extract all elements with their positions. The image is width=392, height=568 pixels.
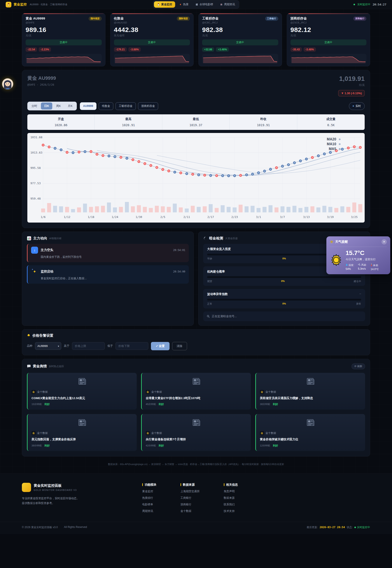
status-text: 实时监控中 — [357, 3, 370, 6]
newspaper-icon — [307, 419, 315, 426]
live-toggle-button[interactable]: 实时 — [349, 102, 365, 110]
arrow-down-icon: ↓ — [31, 247, 38, 254]
quote-title: 伦敦金 — [114, 16, 127, 21]
sparkles-icon: ✦ — [31, 268, 38, 275]
quote-card-london-gold[interactable]: 伦敦金 @XAU/USD 国际现货 4442.38 美元/盎司 交易中 -179… — [110, 13, 194, 66]
tab-period-daily[interactable]: 日K — [41, 103, 52, 109]
close-icon[interactable]: ✕ — [381, 239, 387, 244]
svg-text:2/5: 2/5 — [160, 215, 165, 219]
refresh-button[interactable]: ⟳ 刷新 — [351, 363, 365, 369]
news-card[interactable]: 金金十数据 央行黄金储备连续第7个月增持 42分钟前利好 — [141, 414, 251, 451]
source-badge-icon: 金 — [260, 431, 264, 435]
svg-text:2/23: 2/23 — [231, 215, 238, 219]
market-badge: 国内现货 — [89, 16, 102, 21]
news-card[interactable]: 金金十数据 美元指数回落，支撑黄金价格反弹 38分钟前利好 — [27, 414, 137, 451]
footer-link[interactable]: 技术支持 — [224, 509, 238, 513]
temperature: 15.7°C — [346, 250, 379, 256]
chart-change-badge: ▼ 1.30 (-0.13%) — [338, 90, 365, 96]
chevron-down-icon: AU9999 — [35, 342, 61, 350]
tab-period-intraday[interactable]: 分时 — [28, 103, 41, 109]
change-percent-badge: +3.46% — [216, 47, 229, 52]
upper-price-input[interactable] — [72, 342, 105, 350]
market-badge: 国际现货 — [177, 16, 190, 21]
footer-link[interactable]: 金十数据 — [181, 509, 200, 513]
footer-link[interactable]: 数据来源 — [224, 496, 238, 500]
flame-icon — [179, 3, 182, 6]
change-value-badge: -179.21 — [114, 47, 127, 52]
change-value-badge: -22.54 — [26, 47, 37, 52]
svg-text:3/1: 3/1 — [256, 215, 261, 219]
footer-link[interactable]: 免责声明 — [224, 490, 238, 493]
footer-link[interactable]: 联系我们 — [224, 503, 238, 507]
tab-symbol-au9999[interactable]: AU9999 — [80, 102, 97, 110]
footer-link[interactable]: 浙商银行 — [181, 503, 200, 507]
sentiment-badge: 利好 — [159, 444, 164, 448]
newspaper-icon — [307, 378, 315, 385]
quote-card-icbc-gold[interactable]: 工银积存金 @ICBC_JRCJ 工商银行 982.38 元/克 交易中 +32… — [198, 13, 282, 66]
tab-symbol-icbc[interactable]: 工银积存金 — [115, 102, 136, 110]
footer-link[interactable]: 工商银行 — [181, 496, 200, 500]
nav-tab-hot-search[interactable]: 热搜 — [176, 1, 192, 8]
main-force-panel: 主力动向 AI智能分析 ↓ 主力空头 20:54:01 国内黄金价下跌，监控到下… — [22, 232, 194, 326]
footer-link[interactable]: 上海期货交易所 — [181, 490, 200, 493]
avatar[interactable] — [2, 78, 13, 89]
nav-tab-cycle-news[interactable]: 周期资讯 — [217, 1, 238, 8]
panel-title: 主力动向 — [33, 236, 47, 241]
svg-text:1/6: 1/6 — [41, 215, 46, 219]
quote-code: @ZSCB_JRCJ — [291, 21, 307, 24]
tab-symbol-london[interactable]: 伦敦金 — [99, 102, 113, 110]
footer-link[interactable]: 电影榜单 — [142, 503, 156, 507]
svg-text:959.48: 959.48 — [30, 197, 41, 200]
svg-text:2/17: 2/17 — [207, 215, 214, 219]
signal-item-start[interactable]: ✦ 监控启动 20:54:00 黄金实时监控已启动，正在接入数据... — [27, 265, 189, 284]
symbol-select[interactable]: AU9999 — [35, 342, 61, 350]
svg-text:3/19: 3/19 — [327, 215, 334, 219]
signal-item-bearish[interactable]: ↓ 主力空头 20:54:01 国内黄金价下跌，监控到下跌信号 — [27, 244, 189, 262]
news-icon — [220, 3, 223, 6]
svg-text:MA5: MA5 — [329, 147, 336, 151]
market-badge: 工商银行 — [265, 16, 278, 21]
news-grid: 金金十数据 COMEX黄金期货主力合约上涨12.50美元 15分钟前利好 金金十… — [27, 373, 365, 451]
market-status-bar: 交易中 — [114, 39, 190, 45]
set-alert-button[interactable]: ✓ 设置 — [151, 342, 169, 350]
tab-symbol-zscb[interactable]: 浙商积存金 — [138, 102, 158, 110]
wind-stat: 风速:5.3m/s — [358, 263, 367, 271]
ohlc-header: 成交量 — [297, 117, 365, 121]
clear-alert-button[interactable]: 清除 — [172, 342, 187, 350]
medal-icon — [157, 3, 160, 6]
change-value-badge: +32.86 — [202, 47, 214, 52]
meter-volatility-anomaly: 波动率异常指数-- 正常0%异常 — [203, 289, 365, 308]
footer-link[interactable]: 周期资讯 — [142, 509, 156, 513]
main-chart-panel: 黄金 AU9999 @SHFE · 2026/3/26 1,019.91 元/克… — [22, 70, 370, 228]
tab-period-weekly[interactable]: 周K — [53, 103, 64, 109]
quote-card-au9999[interactable]: 黄金 AU9999 @SHFE 国内现货 989.16 元/克 交易中 -22.… — [22, 13, 105, 66]
footer-link[interactable]: 黄金监控 — [142, 490, 156, 493]
quote-code: @SHFE — [26, 21, 45, 24]
quote-unit: 元/克 — [202, 34, 278, 37]
ohlc-header: 最高 — [95, 117, 162, 121]
top-navigation-bar: 黄金监控 AU9999 · 伦敦金 · 工银/浙商积存金 黄金监控 热搜 全球电… — [0, 0, 392, 9]
market-badge: 浙商银行 — [353, 16, 366, 21]
brand: 黄金监控 AU9999 · 伦敦金 · 工银/浙商积存金 — [6, 2, 67, 7]
tab-period-monthly[interactable]: 月K — [65, 103, 76, 109]
candlestick-chart[interactable]: 1031.681013.63995.58977.53959.481/61/121… — [27, 133, 365, 223]
news-card[interactable]: 金金十数据 全球最大黄金ETF持仓增加2.3吨至1070吨 45分钟前利好 — [141, 373, 251, 410]
news-card[interactable]: 金金十数据 COMEX黄金期货主力合约上涨12.50美元 15分钟前利好 — [27, 373, 137, 410]
quote-price: 982.12 — [291, 26, 367, 33]
wind-icon — [358, 264, 361, 266]
news-card[interactable]: 金金十数据 美联储官员表示通胀压力缓解，支持降息 38分钟前利好 — [255, 373, 365, 410]
svg-text:1/18: 1/18 — [88, 215, 94, 219]
nav-tab-movie-ranking[interactable]: 全球电影榜 — [193, 1, 216, 8]
source-badge-icon: 金 — [31, 390, 36, 394]
change-value-badge: -35.43 — [291, 47, 302, 52]
footer-link[interactable]: 热搜排行 — [142, 496, 156, 500]
lower-price-input[interactable] — [115, 342, 148, 350]
humidity-icon — [346, 263, 348, 266]
quote-cards-row: 黄金 AU9999 @SHFE 国内现货 989.16 元/克 交易中 -22.… — [22, 13, 370, 66]
nav-tab-gold-monitor[interactable]: 黄金监控 — [154, 1, 175, 8]
footer-column-modules: 功能模块 黄金监控 热搜排行 电影榜单 周期资讯 — [142, 483, 156, 513]
quote-card-zscb-gold[interactable]: 浙商积存金 @ZSCB_JRCJ 浙商银行 982.12 元/克 交易中 -35… — [287, 13, 370, 66]
news-card[interactable]: 金金十数据 黄金价格突破关键技术阻力位 12分钟前利好 — [255, 414, 365, 451]
symbol-tab-group: AU9999 伦敦金 工银积存金 浙商积存金 — [80, 102, 158, 110]
above-label: 高于 — [64, 344, 69, 348]
